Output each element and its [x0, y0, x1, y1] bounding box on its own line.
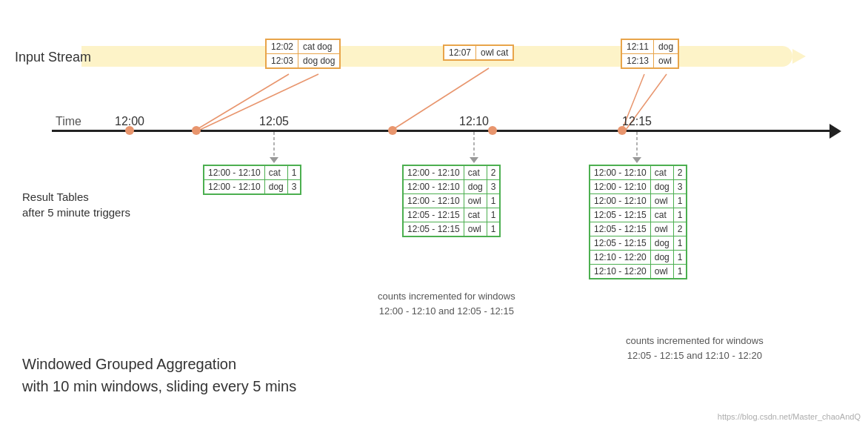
- event3-time2: 12:13: [622, 54, 654, 68]
- rt1-r1-window: 12:00 - 12:10: [204, 166, 264, 180]
- dot-1213: [618, 126, 627, 135]
- rt3-r5-window: 12:05 - 12:15: [590, 222, 650, 236]
- rt3-r1-count: 2: [673, 166, 686, 180]
- rt3-r3-word: owl: [650, 194, 673, 208]
- rt3-r1-word: cat: [650, 166, 673, 180]
- rt2-r4-window: 12:05 - 12:15: [404, 208, 464, 222]
- rt2-r5-window: 12:05 - 12:15: [404, 222, 464, 236]
- event1-time2: 12:03: [267, 54, 298, 68]
- rt1-r2-window: 12:00 - 12:10: [204, 180, 264, 194]
- rt3-r2-count: 3: [673, 180, 686, 194]
- rt3-r4-window: 12:05 - 12:15: [590, 208, 650, 222]
- svg-marker-8: [470, 157, 478, 163]
- rt1-r2-count: 3: [287, 180, 300, 194]
- rt3-r7-window: 12:10 - 12:20: [590, 251, 650, 265]
- dot-1200: [125, 126, 134, 135]
- rt2-r1-count: 2: [487, 166, 499, 180]
- rt3-r6-window: 12:05 - 12:15: [590, 236, 650, 251]
- rt2-r5-count: 1: [487, 222, 499, 236]
- rt2-r4-word: cat: [464, 208, 487, 222]
- rt2-r1-window: 12:00 - 12:10: [404, 166, 464, 180]
- event-box-1: 12:02 cat dog 12:03 dog dog: [265, 39, 341, 69]
- rt2-r4-count: 1: [487, 208, 499, 222]
- rt3-r1-window: 12:00 - 12:10: [590, 166, 650, 180]
- rt3-r3-window: 12:00 - 12:10: [590, 194, 650, 208]
- dot-1203: [192, 126, 201, 135]
- stream-arrow: [81, 46, 792, 67]
- bottom-label: Windowed Grouped Aggregation with 10 min…: [22, 353, 296, 397]
- rt3-r4-word: cat: [650, 208, 673, 222]
- watermark: https://blog.csdn.net/Master_chaoAndQ: [718, 412, 861, 421]
- event-box-2: 12:07 owl cat: [443, 44, 514, 61]
- rt1-r2-word: dog: [264, 180, 287, 194]
- rt3-r7-count: 1: [673, 251, 686, 265]
- main-canvas: Input Stream Time 12:00 12:05 12:10 12:1…: [0, 0, 868, 427]
- timeline: [52, 130, 829, 132]
- rt3-r5-count: 2: [673, 222, 686, 236]
- rt1-r1-count: 1: [287, 166, 300, 180]
- rt2-r2-count: 3: [487, 180, 499, 194]
- svg-marker-10: [632, 157, 641, 163]
- event-box-3: 12:11 dog 12:13 owl: [621, 39, 679, 69]
- time-label-1210: 12:10: [459, 115, 489, 128]
- stream-label: Input Stream: [15, 50, 91, 65]
- rt3-r8-word: owl: [650, 265, 673, 279]
- time-label-1215: 12:15: [622, 115, 652, 128]
- rt3-r3-count: 1: [673, 194, 686, 208]
- rt3-r6-count: 1: [673, 236, 686, 251]
- event2-word1: owl cat: [476, 46, 513, 59]
- svg-marker-6: [270, 157, 278, 163]
- result-table-2: 12:00 - 12:10 cat 2 12:00 - 12:10 dog 3 …: [402, 165, 501, 237]
- rt2-r2-word: dog: [464, 180, 487, 194]
- rt3-r6-word: dog: [650, 236, 673, 251]
- event2-time1: 12:07: [444, 46, 476, 59]
- result-tables-label: Result Tables after 5 minute triggers: [22, 189, 130, 220]
- rt3-r8-count: 1: [673, 265, 686, 279]
- rt2-r3-count: 1: [487, 194, 499, 208]
- dot-1211: [488, 126, 497, 135]
- event3-word1: dog: [654, 40, 678, 54]
- rt3-r5-word: owl: [650, 222, 673, 236]
- rt2-r1-word: cat: [464, 166, 487, 180]
- event1-word1: cat dog: [298, 40, 340, 54]
- rt1-r1-word: cat: [264, 166, 287, 180]
- counts-label-2: counts incremented for windows 12:05 - 1…: [626, 334, 764, 363]
- rt2-r2-window: 12:00 - 12:10: [404, 180, 464, 194]
- event1-time1: 12:02: [267, 40, 298, 54]
- counts-label-1: counts incremented for windows 12:00 - 1…: [378, 289, 515, 318]
- result-table-3: 12:00 - 12:10 cat 2 12:00 - 12:10 dog 3 …: [589, 165, 687, 279]
- rt3-r2-window: 12:00 - 12:10: [590, 180, 650, 194]
- rt2-r3-window: 12:00 - 12:10: [404, 194, 464, 208]
- rt2-r3-word: owl: [464, 194, 487, 208]
- rt3-r7-word: dog: [650, 251, 673, 265]
- rt2-r5-word: owl: [464, 222, 487, 236]
- time-axis-label: Time: [56, 115, 81, 128]
- rt3-r2-word: dog: [650, 180, 673, 194]
- time-label-1205: 12:05: [259, 115, 289, 128]
- rt3-r8-window: 12:10 - 12:20: [590, 265, 650, 279]
- rt3-r4-count: 1: [673, 208, 686, 222]
- dot-1207: [388, 126, 397, 135]
- event3-word2: owl: [654, 54, 678, 68]
- event3-time1: 12:11: [622, 40, 654, 54]
- event1-word2: dog dog: [298, 54, 340, 68]
- result-table-1: 12:00 - 12:10 cat 1 12:00 - 12:10 dog 3: [203, 165, 301, 195]
